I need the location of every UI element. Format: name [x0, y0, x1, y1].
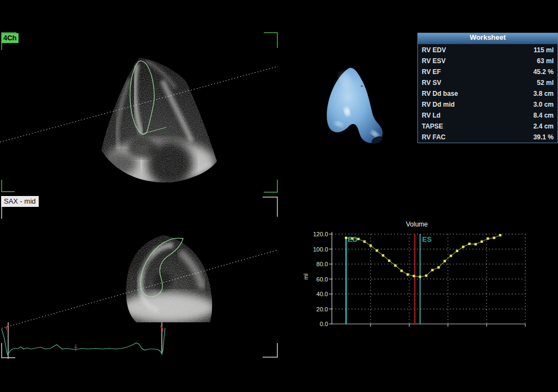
- svg-text:0.0: 0.0: [320, 321, 328, 327]
- worksheet-row: RV EF 45.2 %: [418, 66, 557, 77]
- data-point: [419, 275, 421, 278]
- data-point: [487, 237, 489, 240]
- svg-text:40.0: 40.0: [317, 291, 328, 297]
- data-point: [450, 255, 452, 257]
- measurement-value: 8.4 cm: [533, 112, 554, 119]
- echo-analysis-screen: 4Ch SAX - mid Worksheet RV EDV 115 ml RV…: [0, 0, 558, 392]
- volume-chart-panel: Volume ml 0.020.040.060.080.0100.0120.0E…: [304, 218, 558, 335]
- worksheet-row: RV FAC 39.1 %: [418, 132, 557, 143]
- data-point: [499, 234, 501, 236]
- svg-text:100.0: 100.0: [313, 246, 328, 253]
- view-label-4ch: 4Ch: [2, 33, 19, 43]
- data-point: [357, 238, 359, 240]
- measurement-value: 3.0 cm: [533, 101, 554, 108]
- svg-text:20.0: 20.0: [317, 306, 328, 313]
- data-point: [481, 241, 483, 243]
- measurement-label: RV Dd base: [422, 90, 458, 97]
- data-point: [401, 270, 403, 272]
- measurement-value: 63 ml: [537, 57, 554, 65]
- data-point: [363, 241, 366, 243]
- data-point: [462, 246, 464, 248]
- measurement-value: 52 ml: [537, 79, 554, 87]
- data-point: [475, 243, 477, 245]
- data-point: [468, 243, 470, 245]
- worksheet-row: RV Ld 8.4 cm: [418, 110, 557, 121]
- ed-label: ED: [348, 235, 357, 243]
- data-point: [413, 275, 415, 277]
- measurement-label: RV Dd mid: [422, 101, 454, 108]
- rv-3d-model[interactable]: [327, 68, 384, 145]
- measurement-label: RV EF: [422, 68, 441, 76]
- data-point: [431, 269, 433, 271]
- data-point: [425, 274, 427, 277]
- data-point: [394, 265, 396, 267]
- svg-text:60.0: 60.0: [317, 276, 328, 283]
- ecg-marker-flag-right: [160, 327, 163, 332]
- worksheet-panel: Worksheet RV EDV 115 ml RV ESV 63 ml RV …: [417, 33, 558, 143]
- worksheet-row: RV EDV 115 ml: [418, 45, 557, 56]
- data-point: [493, 237, 495, 239]
- es-label: ES: [422, 235, 432, 243]
- measurement-label: TAPSE: [422, 122, 443, 130]
- measurement-value: 2.4 cm: [533, 122, 554, 130]
- us-speckle-4ch: [101, 58, 217, 182]
- measurement-value: 45.2 %: [533, 68, 554, 76]
- worksheet-row: TAPSE 2.4 cm: [418, 121, 557, 132]
- worksheet-title: Worksheet: [418, 33, 557, 45]
- data-point: [369, 244, 372, 247]
- svg-text:80.0: 80.0: [317, 261, 328, 267]
- us-speckle-sax: [126, 235, 212, 322]
- data-point: [444, 260, 446, 262]
- data-point: [345, 237, 347, 239]
- measurement-label: RV FAC: [422, 133, 446, 141]
- data-point: [456, 250, 458, 252]
- measurement-label: RV EDV: [422, 46, 446, 54]
- us-view-4ch[interactable]: [0, 33, 278, 192]
- measurement-value: 3.8 cm: [533, 90, 554, 97]
- measurement-value: 39.1 %: [533, 133, 554, 141]
- worksheet-row: RV Dd mid 3.0 cm: [418, 99, 557, 110]
- measurement-value: 115 ml: [533, 46, 554, 54]
- data-point: [382, 254, 384, 256]
- worksheet-row: RV Dd base 3.8 cm: [418, 88, 557, 99]
- worksheet-row: RV SV 52 ml: [418, 77, 557, 88]
- data-point: [388, 260, 390, 262]
- svg-text:120.0: 120.0: [313, 231, 328, 237]
- us-view-sax-mid[interactable]: [2, 197, 278, 359]
- volume-chart[interactable]: 0.020.040.060.080.0100.0120.0EDES: [304, 218, 558, 335]
- measurement-label: RV SV: [422, 79, 441, 87]
- ecg-strip[interactable]: [2, 322, 165, 359]
- ecg-trace: [2, 328, 165, 355]
- view-label-sax-mid: SAX - mid: [1, 196, 39, 207]
- data-point: [407, 273, 409, 275]
- worksheet-row: RV ESV 63 ml: [418, 56, 557, 66]
- measurement-label: RV ESV: [422, 57, 446, 65]
- data-point: [438, 266, 440, 268]
- data-point: [375, 249, 378, 252]
- measurement-label: RV Ld: [422, 112, 440, 119]
